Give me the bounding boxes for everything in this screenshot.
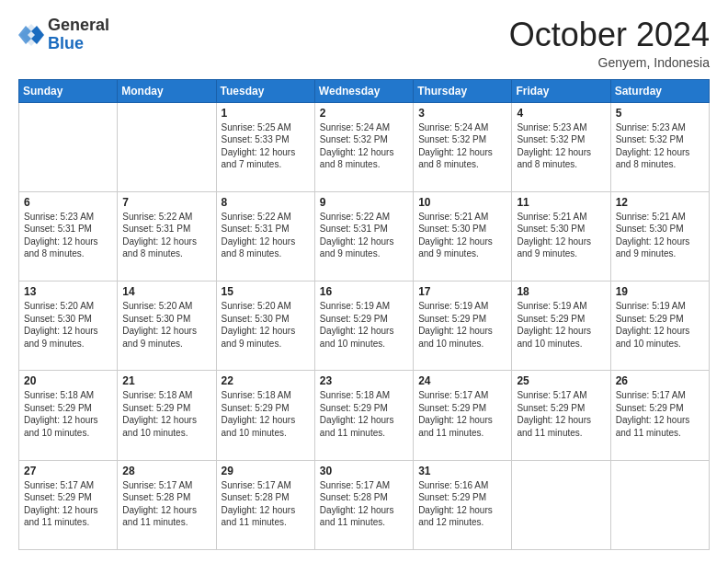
col-friday: Friday: [512, 79, 610, 102]
table-row: 23Sunrise: 5:18 AM Sunset: 5:29 PM Dayli…: [314, 371, 413, 460]
day-number: 3: [418, 107, 506, 120]
day-number: 20: [24, 374, 112, 387]
day-number: 11: [517, 196, 605, 209]
day-info: Sunrise: 5:20 AM Sunset: 5:30 PM Dayligh…: [122, 300, 210, 350]
table-row: 6Sunrise: 5:23 AM Sunset: 5:31 PM Daylig…: [19, 191, 118, 281]
day-info: Sunrise: 5:24 AM Sunset: 5:32 PM Dayligh…: [418, 121, 506, 171]
calendar: Sunday Monday Tuesday Wednesday Thursday…: [18, 79, 710, 550]
table-row: 26Sunrise: 5:17 AM Sunset: 5:29 PM Dayli…: [610, 371, 709, 460]
table-row: 15Sunrise: 5:20 AM Sunset: 5:30 PM Dayli…: [216, 282, 314, 371]
table-row: 14Sunrise: 5:20 AM Sunset: 5:30 PM Dayli…: [118, 282, 216, 371]
day-number: 28: [122, 465, 210, 477]
table-row: 19Sunrise: 5:19 AM Sunset: 5:29 PM Dayli…: [610, 282, 709, 371]
table-row: [19, 102, 118, 191]
col-wednesday: Wednesday: [314, 79, 413, 102]
day-number: 15: [222, 285, 310, 298]
day-info: Sunrise: 5:17 AM Sunset: 5:28 PM Dayligh…: [222, 479, 310, 529]
col-tuesday: Tuesday: [216, 79, 314, 102]
day-info: Sunrise: 5:20 AM Sunset: 5:30 PM Dayligh…: [222, 300, 310, 350]
table-row: 31Sunrise: 5:16 AM Sunset: 5:29 PM Dayli…: [414, 460, 512, 549]
day-info: Sunrise: 5:22 AM Sunset: 5:31 PM Dayligh…: [222, 211, 310, 260]
table-row: 11Sunrise: 5:21 AM Sunset: 5:30 PM Dayli…: [512, 191, 610, 281]
day-number: 1: [222, 107, 310, 120]
day-info: Sunrise: 5:21 AM Sunset: 5:30 PM Dayligh…: [418, 211, 506, 260]
day-info: Sunrise: 5:17 AM Sunset: 5:29 PM Dayligh…: [517, 389, 605, 439]
day-info: Sunrise: 5:20 AM Sunset: 5:30 PM Dayligh…: [24, 300, 112, 350]
day-number: 6: [24, 196, 112, 209]
day-number: 24: [418, 374, 506, 387]
table-row: 10Sunrise: 5:21 AM Sunset: 5:30 PM Dayli…: [414, 191, 512, 281]
day-info: Sunrise: 5:23 AM Sunset: 5:32 PM Dayligh…: [517, 121, 605, 171]
day-info: Sunrise: 5:21 AM Sunset: 5:30 PM Dayligh…: [517, 211, 605, 260]
day-info: Sunrise: 5:21 AM Sunset: 5:30 PM Dayligh…: [616, 211, 704, 260]
table-row: 1Sunrise: 5:25 AM Sunset: 5:33 PM Daylig…: [216, 102, 314, 191]
day-number: 2: [320, 107, 408, 120]
table-row: 8Sunrise: 5:22 AM Sunset: 5:31 PM Daylig…: [216, 191, 314, 281]
table-row: 30Sunrise: 5:17 AM Sunset: 5:28 PM Dayli…: [314, 460, 413, 549]
table-row: 13Sunrise: 5:20 AM Sunset: 5:30 PM Dayli…: [19, 282, 118, 371]
day-number: 5: [616, 107, 704, 120]
day-info: Sunrise: 5:19 AM Sunset: 5:29 PM Dayligh…: [418, 300, 506, 350]
day-info: Sunrise: 5:23 AM Sunset: 5:31 PM Dayligh…: [24, 211, 112, 260]
logo-blue: Blue: [48, 35, 109, 53]
day-info: Sunrise: 5:24 AM Sunset: 5:32 PM Dayligh…: [320, 121, 408, 171]
calendar-week-row: 27Sunrise: 5:17 AM Sunset: 5:29 PM Dayli…: [19, 460, 710, 549]
day-number: 23: [320, 374, 408, 387]
table-row: 3Sunrise: 5:24 AM Sunset: 5:32 PM Daylig…: [414, 102, 512, 191]
day-number: 4: [517, 107, 605, 120]
day-info: Sunrise: 5:23 AM Sunset: 5:32 PM Dayligh…: [616, 121, 704, 171]
table-row: 12Sunrise: 5:21 AM Sunset: 5:30 PM Dayli…: [610, 191, 709, 281]
month-title: October 2024: [509, 17, 710, 53]
table-row: [118, 102, 216, 191]
day-info: Sunrise: 5:18 AM Sunset: 5:29 PM Dayligh…: [222, 389, 310, 439]
calendar-week-row: 20Sunrise: 5:18 AM Sunset: 5:29 PM Dayli…: [19, 371, 710, 460]
day-number: 30: [320, 465, 408, 477]
day-info: Sunrise: 5:16 AM Sunset: 5:29 PM Dayligh…: [418, 479, 506, 529]
day-number: 12: [616, 196, 704, 209]
col-saturday: Saturday: [610, 79, 709, 102]
day-number: 27: [24, 465, 112, 477]
day-number: 16: [320, 285, 408, 298]
table-row: 27Sunrise: 5:17 AM Sunset: 5:29 PM Dayli…: [19, 460, 118, 549]
day-info: Sunrise: 5:18 AM Sunset: 5:29 PM Dayligh…: [320, 389, 408, 439]
table-row: 25Sunrise: 5:17 AM Sunset: 5:29 PM Dayli…: [512, 371, 610, 460]
logo-icon: [18, 22, 44, 48]
day-info: Sunrise: 5:18 AM Sunset: 5:29 PM Dayligh…: [122, 389, 210, 439]
calendar-week-row: 1Sunrise: 5:25 AM Sunset: 5:33 PM Daylig…: [19, 102, 710, 191]
calendar-week-row: 6Sunrise: 5:23 AM Sunset: 5:31 PM Daylig…: [19, 191, 710, 281]
table-row: 2Sunrise: 5:24 AM Sunset: 5:32 PM Daylig…: [314, 102, 413, 191]
table-row: 7Sunrise: 5:22 AM Sunset: 5:31 PM Daylig…: [118, 191, 216, 281]
table-row: [610, 460, 709, 549]
header: General Blue October 2024 Genyem, Indone…: [18, 17, 710, 70]
logo: General Blue: [18, 17, 109, 53]
title-block: October 2024 Genyem, Indonesia: [509, 17, 710, 70]
day-info: Sunrise: 5:22 AM Sunset: 5:31 PM Dayligh…: [122, 211, 210, 260]
day-number: 22: [222, 374, 310, 387]
day-info: Sunrise: 5:18 AM Sunset: 5:29 PM Dayligh…: [24, 389, 112, 439]
table-row: 24Sunrise: 5:17 AM Sunset: 5:29 PM Dayli…: [414, 371, 512, 460]
day-number: 9: [320, 196, 408, 209]
day-number: 17: [418, 285, 506, 298]
table-row: 18Sunrise: 5:19 AM Sunset: 5:29 PM Dayli…: [512, 282, 610, 371]
logo-general: General: [48, 17, 109, 35]
day-info: Sunrise: 5:22 AM Sunset: 5:31 PM Dayligh…: [320, 211, 408, 260]
table-row: 28Sunrise: 5:17 AM Sunset: 5:28 PM Dayli…: [118, 460, 216, 549]
location: Genyem, Indonesia: [509, 55, 710, 70]
table-row: 21Sunrise: 5:18 AM Sunset: 5:29 PM Dayli…: [118, 371, 216, 460]
table-row: 9Sunrise: 5:22 AM Sunset: 5:31 PM Daylig…: [314, 191, 413, 281]
logo-text: General Blue: [48, 17, 109, 53]
day-number: 7: [122, 196, 210, 209]
table-row: [512, 460, 610, 549]
day-info: Sunrise: 5:17 AM Sunset: 5:29 PM Dayligh…: [616, 389, 704, 439]
day-number: 13: [24, 285, 112, 298]
table-row: 5Sunrise: 5:23 AM Sunset: 5:32 PM Daylig…: [610, 102, 709, 191]
day-number: 14: [122, 285, 210, 298]
col-thursday: Thursday: [414, 79, 512, 102]
day-info: Sunrise: 5:19 AM Sunset: 5:29 PM Dayligh…: [320, 300, 408, 350]
day-number: 8: [222, 196, 310, 209]
day-info: Sunrise: 5:17 AM Sunset: 5:29 PM Dayligh…: [418, 389, 506, 439]
day-info: Sunrise: 5:17 AM Sunset: 5:28 PM Dayligh…: [320, 479, 408, 529]
day-info: Sunrise: 5:17 AM Sunset: 5:28 PM Dayligh…: [122, 479, 210, 529]
calendar-week-row: 13Sunrise: 5:20 AM Sunset: 5:30 PM Dayli…: [19, 282, 710, 371]
col-monday: Monday: [118, 79, 216, 102]
